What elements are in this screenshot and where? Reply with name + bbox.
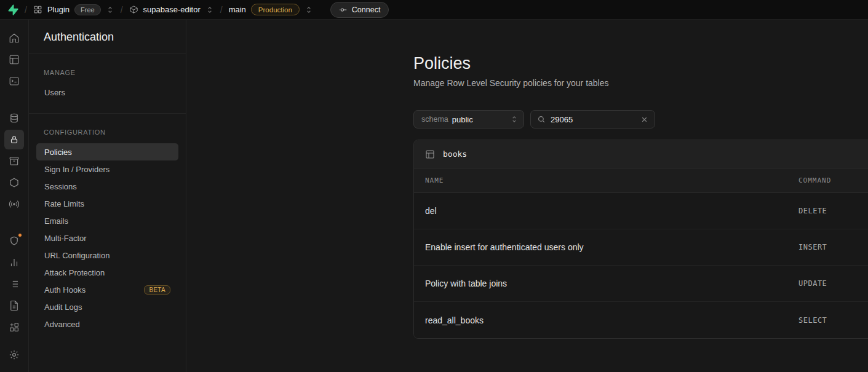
authentication-icon[interactable] (4, 130, 24, 149)
sidebar-item-label: Sessions (44, 182, 77, 191)
home-icon[interactable] (4, 28, 24, 48)
table-row: Enable insert for authenticated users on… (414, 229, 868, 266)
project-name: supabase-editor (143, 5, 201, 14)
table-icon (425, 149, 435, 159)
column-header-name: NAME (414, 176, 798, 184)
environment-badge: Production (251, 4, 300, 15)
sidebar-item-label: Users (44, 88, 65, 97)
org-name: Plugin (47, 5, 70, 14)
policy-name: del (414, 206, 798, 216)
policy-name: read_all_books (414, 315, 798, 325)
reports-icon[interactable] (4, 253, 24, 272)
breadcrumb-separator: / (220, 5, 223, 15)
sidebar-item-label: Advanced (44, 320, 80, 329)
sidebar-item-label: Auth Hooks (44, 285, 86, 295)
connect-label: Connect (352, 6, 381, 14)
sidebar-item-users[interactable]: Users (36, 84, 178, 101)
sidebar-item-attack-protection[interactable]: Attack Protection (36, 264, 178, 281)
page-title: Policies (413, 54, 868, 73)
policy-name: Enable insert for authenticated users on… (414, 242, 798, 252)
breadcrumb-separator: / (121, 5, 123, 15)
plan-badge: Free (74, 4, 101, 15)
sidebar-item-rate-limits[interactable]: Rate Limits (36, 195, 178, 212)
edge-functions-icon[interactable] (4, 173, 24, 192)
branch-breadcrumb[interactable]: main Production (229, 4, 313, 15)
schema-select-value: public (452, 115, 473, 124)
table-header-row: NAME COMMAND (414, 168, 868, 193)
sidebar-item-label: Sign In / Providers (44, 165, 109, 174)
integrations-icon[interactable] (4, 317, 24, 337)
api-docs-icon[interactable] (4, 296, 24, 315)
column-header-command: COMMAND (798, 176, 868, 184)
policy-search (530, 110, 655, 129)
sidebar-item-label: URL Configuration (44, 251, 109, 260)
sidebar-item-emails[interactable]: Emails (36, 212, 178, 229)
main-content: Policies Manage Row Level Security polic… (186, 20, 868, 372)
configuration-section-label: CONFIGURATION (44, 129, 171, 136)
table-name: books (443, 149, 467, 159)
supabase-logo-icon[interactable] (6, 4, 18, 16)
table-row: Policy with table joins UPDATE (414, 266, 868, 302)
connect-plug-icon (339, 6, 348, 14)
sidebar-title: Authentication (44, 31, 171, 44)
policy-command: INSERT (798, 243, 868, 251)
sql-editor-icon[interactable] (4, 71, 24, 91)
sidebar-header: Authentication (29, 20, 186, 54)
policy-name: Policy with table joins (414, 279, 798, 288)
branch-name: main (229, 5, 246, 14)
notification-dot (18, 233, 22, 237)
policy-command: DELETE (798, 207, 868, 215)
policy-command: UPDATE (798, 279, 868, 288)
logs-icon[interactable] (4, 274, 24, 294)
sidebar-item-label: Attack Protection (44, 268, 105, 277)
table-row: del DELETE (414, 193, 868, 229)
sidebar-item-auth-hooks[interactable]: Auth Hooks BETA (36, 281, 178, 298)
storage-icon[interactable] (4, 151, 24, 171)
org-switcher-icon[interactable] (106, 6, 114, 14)
sidebar-divider (29, 113, 186, 114)
page-subtitle: Manage Row Level Security policies for y… (413, 78, 868, 88)
nav-rail (0, 20, 29, 372)
policies-table-card: books NAME COMMAND del DELETE Enable ins… (413, 140, 868, 339)
sidebar-item-label: Audit Logs (44, 303, 82, 312)
policy-command: SELECT (798, 316, 868, 325)
beta-badge: BETA (144, 285, 170, 295)
org-breadcrumb[interactable]: Plugin Free (33, 4, 114, 15)
sidebar-item-label: Emails (44, 216, 68, 226)
clear-search-icon[interactable] (640, 116, 648, 124)
filters-row: schema public (413, 110, 868, 129)
search-icon (537, 115, 546, 124)
table-editor-icon[interactable] (4, 50, 24, 69)
chevron-sort-icon (510, 115, 519, 124)
connect-button[interactable]: Connect (330, 2, 389, 18)
sidebar-item-sign-in-providers[interactable]: Sign In / Providers (36, 160, 178, 178)
search-input[interactable] (551, 115, 635, 124)
settings-icon[interactable] (4, 345, 24, 365)
project-icon (129, 5, 138, 14)
sidebar-item-policies[interactable]: Policies (36, 143, 178, 160)
topbar: / Plugin Free / supabase-editor / main P… (0, 0, 868, 20)
table-row: read_all_books SELECT (414, 302, 868, 338)
sidebar-item-multi-factor[interactable]: Multi-Factor (36, 229, 178, 247)
sidebar-item-label: Policies (44, 148, 72, 157)
auth-sidebar: Authentication MANAGE Users CONFIGURATIO… (29, 20, 186, 372)
sidebar-item-sessions[interactable]: Sessions (36, 178, 178, 195)
realtime-icon[interactable] (4, 194, 24, 214)
breadcrumb-separator: / (25, 5, 27, 15)
database-icon[interactable] (4, 108, 24, 128)
sidebar-item-label: Multi-Factor (44, 234, 87, 243)
sidebar-item-url-configuration[interactable]: URL Configuration (36, 247, 178, 264)
sidebar-item-audit-logs[interactable]: Audit Logs (36, 298, 178, 315)
schema-select-prefix: schema (421, 115, 448, 124)
project-switcher-icon[interactable] (205, 6, 214, 14)
manage-section-label: MANAGE (44, 69, 171, 76)
schema-select[interactable]: schema public (413, 110, 524, 129)
sidebar-item-advanced[interactable]: Advanced (36, 315, 178, 333)
sidebar-item-label: Rate Limits (44, 199, 84, 208)
branch-switcher-icon[interactable] (305, 6, 313, 14)
project-breadcrumb[interactable]: supabase-editor (129, 5, 214, 14)
advisors-icon[interactable] (4, 231, 24, 251)
table-card-header: books (414, 140, 868, 168)
org-icon (33, 5, 42, 14)
